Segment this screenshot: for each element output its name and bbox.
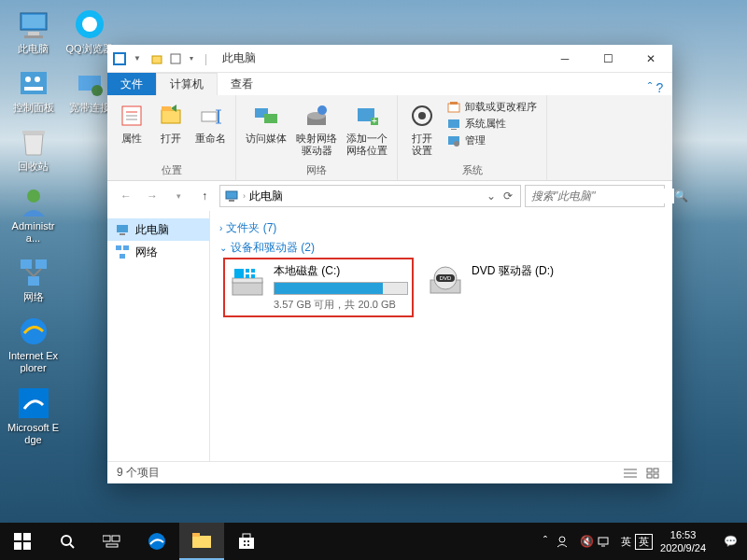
ribbon-group-label: 网络 <box>306 163 327 178</box>
manage-icon <box>446 133 461 148</box>
svg-rect-89 <box>239 538 254 549</box>
taskbar-store[interactable] <box>224 523 269 560</box>
pc-icon <box>17 7 50 41</box>
svg-rect-80 <box>23 542 31 550</box>
svg-rect-51 <box>226 191 237 199</box>
tray-ime1[interactable]: 英 <box>617 535 635 549</box>
task-view-button[interactable] <box>90 523 134 560</box>
tray-clock[interactable]: 16:53 2020/9/24 <box>653 528 713 555</box>
taskbar-edge[interactable] <box>134 523 179 560</box>
svg-point-20 <box>92 85 103 96</box>
ribbon-mapnet[interactable]: 映射网络 驱动器 <box>292 99 341 159</box>
nav-item-pc[interactable]: 此电脑 <box>107 218 209 241</box>
svg-rect-60 <box>234 269 244 278</box>
tray-volume-icon[interactable]: 🔇 <box>576 535 597 548</box>
start-button[interactable] <box>0 523 45 560</box>
bin-icon <box>17 125 50 159</box>
search-icon[interactable]: 🔍 <box>674 189 688 203</box>
breadcrumb-item[interactable]: 此电脑 <box>249 189 283 204</box>
view-large-button[interactable] <box>642 465 663 482</box>
svg-point-81 <box>62 536 71 545</box>
search-button[interactable] <box>45 523 90 560</box>
view-details-button[interactable] <box>620 465 641 482</box>
desktop-icon-user[interactable]: Administra... <box>7 185 59 245</box>
nav-item-net[interactable]: 网络 <box>107 241 209 263</box>
ribbon-help-icon[interactable]: ˆ ? <box>644 80 667 95</box>
drive-item[interactable]: DVDDVD 驱动器 (D:) <box>423 259 610 315</box>
svg-rect-94 <box>247 544 249 546</box>
nav-forward-button[interactable]: → <box>141 185 163 207</box>
svg-rect-78 <box>23 533 31 540</box>
svg-rect-46 <box>450 102 458 105</box>
svg-point-50 <box>454 141 459 147</box>
tray-people-icon[interactable] <box>556 535 576 548</box>
svg-rect-29 <box>162 110 180 123</box>
ribbon-media[interactable]: 访问媒体 <box>242 99 290 147</box>
ribbon-sysprops[interactable]: 系统属性 <box>443 116 541 133</box>
nav-back-button[interactable]: ← <box>115 185 137 207</box>
svg-rect-45 <box>448 104 459 112</box>
pc-icon <box>115 222 130 237</box>
tab-file[interactable]: 文件 <box>107 73 156 95</box>
tab-view[interactable]: 查看 <box>218 73 266 95</box>
nav-up-button[interactable]: ↑ <box>193 185 216 207</box>
app-icon <box>113 52 126 65</box>
ribbon-addnet[interactable]: +添加一个 网络位置 <box>343 99 391 159</box>
ribbon-group-label: 位置 <box>162 163 182 178</box>
qat-more-icon[interactable]: ▾ <box>184 54 199 63</box>
taskbar-explorer[interactable] <box>179 523 224 560</box>
usage-bar <box>274 282 408 295</box>
svg-rect-76 <box>654 474 658 478</box>
ribbon-rename[interactable]: 重命名 <box>191 99 230 147</box>
svg-rect-52 <box>229 200 234 202</box>
tray-notifications-icon[interactable]: 💬 <box>713 535 747 548</box>
drive-item[interactable]: 本地磁盘 (C:)3.57 GB 可用，共 20.0 GB <box>225 259 412 315</box>
maximize-button[interactable]: ☐ <box>586 45 629 73</box>
tab-computer[interactable]: 计算机 <box>156 73 218 95</box>
qat-dropdown-icon[interactable]: ▼ <box>130 54 145 63</box>
svg-rect-53 <box>117 225 128 232</box>
svg-rect-31 <box>202 112 217 121</box>
tray-ime2[interactable]: 英 <box>635 534 653 550</box>
svg-rect-64 <box>251 274 255 278</box>
svg-rect-57 <box>120 254 125 259</box>
svg-line-13 <box>26 269 34 276</box>
tray-network-icon[interactable] <box>597 535 617 548</box>
group-header-drives[interactable]: ⌄ 设备和驱动器 (2) <box>219 240 663 256</box>
qat-item[interactable] <box>167 50 184 67</box>
ribbon-manage[interactable]: 管理 <box>443 133 541 149</box>
address-dropdown-icon[interactable]: ⌄ <box>483 189 500 203</box>
search-box[interactable]: 🔍 <box>525 185 665 207</box>
tray-up-icon[interactable]: ˆ <box>535 535 556 548</box>
svg-rect-96 <box>599 538 608 544</box>
svg-rect-61 <box>246 269 249 273</box>
search-input[interactable] <box>529 189 674 203</box>
svg-rect-85 <box>106 544 118 547</box>
desktop-icon-ie[interactable]: Internet Explorer <box>7 315 59 374</box>
svg-text:+: + <box>372 116 377 126</box>
desktop-icon-cpl[interactable]: 控制面板 <box>7 66 59 114</box>
address-breadcrumb[interactable]: › 此电脑 ⌄ ⟳ <box>219 185 521 207</box>
svg-rect-74 <box>654 469 658 472</box>
desktop-icon-edge[interactable]: Microsoft Edge <box>7 386 59 446</box>
ribbon-open-settings[interactable]: 打开 设置 <box>403 99 441 159</box>
ribbon-open[interactable]: 打开 <box>152 99 190 147</box>
chevron-down-icon: ⌄ <box>219 243 227 253</box>
pc-icon <box>224 189 239 203</box>
ribbon: 属性打开重命名 位置 访问媒体映射网络 驱动器+添加一个 网络位置 网络 打开 … <box>107 95 672 181</box>
ribbon-uninst[interactable]: 卸载或更改程序 <box>443 99 541 116</box>
desktop-icon-net[interactable]: 网络 <box>7 256 59 303</box>
refresh-button[interactable]: ⟳ <box>500 189 516 203</box>
nav-recent-dropdown[interactable]: ▾ <box>167 185 190 207</box>
explorer-window: ▼ ▾ | 此电脑 ─ ☐ ✕ 文件 计算机 查看 ˆ ? 属性打开重命名 位置… <box>107 45 672 483</box>
ribbon-props[interactable]: 属性 <box>113 99 150 147</box>
close-button[interactable]: ✕ <box>629 45 672 73</box>
desktop-icon-bin[interactable]: 回收站 <box>7 125 59 173</box>
svg-point-5 <box>25 77 31 82</box>
qat-item[interactable] <box>148 50 165 67</box>
title-bar[interactable]: ▼ ▾ | 此电脑 ─ ☐ ✕ <box>107 45 672 73</box>
desktop-icon-pc[interactable]: 此电脑 <box>7 7 59 55</box>
item-count: 9 个项目 <box>117 465 160 481</box>
minimize-button[interactable]: ─ <box>543 45 586 73</box>
group-header-folders[interactable]: › 文件夹 (7) <box>219 220 663 236</box>
